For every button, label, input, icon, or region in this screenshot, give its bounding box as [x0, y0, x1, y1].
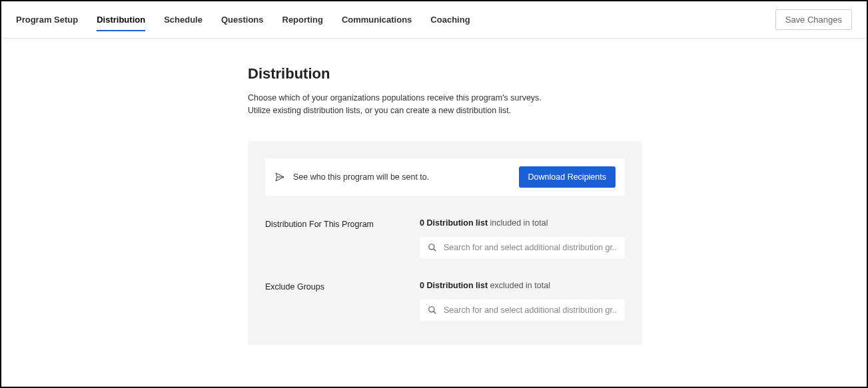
exclude-section: Exclude Groups 0 Distribution list exclu… [265, 281, 625, 321]
notice-text: See who this program will be sent to. [293, 172, 429, 182]
search-icon [428, 305, 437, 315]
main-content: Distribution Choose which of your organi… [1, 39, 641, 345]
search-icon [428, 243, 437, 252]
distribution-count-line: 0 Distribution list included in total [420, 218, 625, 228]
page-description-line2: Utilize existing distribution lists, or … [248, 106, 511, 115]
distribution-search-input[interactable] [444, 243, 617, 252]
exclude-section-body: 0 Distribution list excluded in total [420, 281, 625, 321]
tab-schedule[interactable]: Schedule [164, 1, 203, 38]
distribution-count-rest: included in total [488, 218, 548, 228]
tab-questions[interactable]: Questions [221, 1, 264, 38]
send-icon [274, 172, 285, 182]
distribution-section-body: 0 Distribution list included in total [420, 218, 625, 258]
tab-distribution[interactable]: Distribution [97, 1, 145, 38]
page-description: Choose which of your organizations popul… [248, 92, 641, 117]
notice-left: See who this program will be sent to. [274, 172, 429, 182]
exclude-search-wrap[interactable] [420, 299, 625, 321]
distribution-search-wrap[interactable] [420, 237, 625, 258]
tab-program-setup[interactable]: Program Setup [16, 1, 78, 38]
distribution-panel: See who this program will be sent to. Do… [248, 141, 642, 345]
exclude-count-rest: excluded in total [488, 281, 550, 290]
top-bar: Program Setup Distribution Schedule Ques… [1, 1, 867, 39]
tab-coaching[interactable]: Coaching [430, 1, 470, 38]
page-title: Distribution [248, 65, 641, 83]
svg-line-2 [434, 248, 436, 251]
page-description-line1: Choose which of your organizations popul… [248, 93, 542, 102]
distribution-section: Distribution For This Program 0 Distribu… [265, 218, 625, 258]
exclude-count-bold: 0 Distribution list [420, 281, 488, 290]
svg-point-3 [429, 306, 434, 311]
distribution-count-bold: 0 Distribution list [420, 218, 488, 228]
svg-line-4 [434, 311, 436, 313]
exclude-section-label: Exclude Groups [265, 281, 420, 321]
save-changes-button[interactable]: Save Changes [775, 9, 852, 30]
exclude-search-input[interactable] [444, 305, 617, 315]
tab-reporting[interactable]: Reporting [282, 1, 323, 38]
exclude-count-line: 0 Distribution list excluded in total [420, 281, 625, 290]
tab-communications[interactable]: Communications [342, 1, 412, 38]
recipients-notice-card: See who this program will be sent to. Do… [265, 158, 625, 196]
svg-point-1 [429, 244, 434, 249]
download-recipients-button[interactable]: Download Recipients [519, 166, 616, 188]
tabs-container: Program Setup Distribution Schedule Ques… [16, 1, 470, 38]
distribution-section-label: Distribution For This Program [265, 218, 420, 258]
